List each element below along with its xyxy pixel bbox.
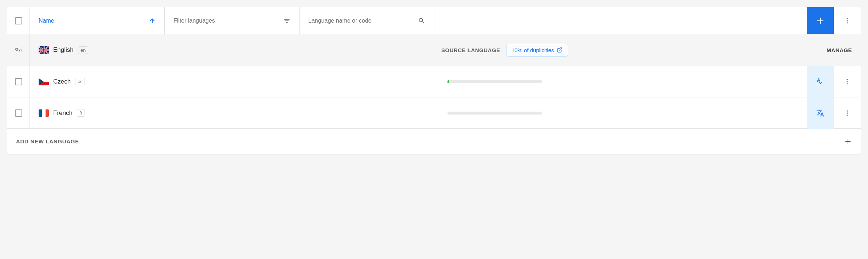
language-code: fr [77, 109, 85, 117]
progress-fill [447, 80, 449, 83]
select-all-cell [7, 7, 30, 34]
filter-icon [283, 17, 290, 24]
svg-point-5 [847, 22, 848, 23]
spellcheck-action[interactable] [807, 66, 834, 97]
flag-cz-icon [39, 78, 49, 85]
source-language-row: English en SOURCE LANGUAGE 10% of duplic… [7, 34, 861, 66]
language-row: French fr [7, 97, 861, 128]
more-vertical-icon [844, 17, 851, 24]
spellcheck-icon [816, 78, 824, 86]
translate-icon [816, 109, 824, 117]
duplicates-text: 10% of duplicities [512, 47, 554, 53]
duplicates-badge[interactable]: 10% of duplicities [506, 44, 568, 57]
search-cell [300, 7, 434, 34]
svg-point-3 [847, 18, 848, 19]
sort-ascending-icon [149, 18, 156, 24]
name-column-header[interactable]: Name [30, 7, 165, 34]
progress-bar [447, 80, 542, 83]
key-icon-cell [7, 34, 30, 66]
filter-cell[interactable]: Filter languages [165, 7, 300, 34]
svg-point-4 [847, 20, 848, 21]
svg-point-13 [847, 115, 848, 116]
open-external-icon [557, 47, 563, 53]
row-more-menu[interactable] [834, 66, 861, 97]
svg-point-11 [847, 110, 848, 111]
svg-point-12 [847, 112, 848, 113]
progress-bar [447, 112, 542, 115]
more-vertical-icon [844, 78, 851, 85]
svg-point-9 [847, 81, 848, 82]
filter-label: Filter languages [173, 18, 215, 24]
language-name: French [53, 109, 73, 117]
more-vertical-icon [844, 109, 851, 117]
language-row: Czech cs [7, 66, 861, 97]
language-code: cs [75, 78, 85, 85]
row-checkbox[interactable] [15, 78, 22, 85]
row-checkbox-cell [7, 97, 30, 129]
plus-icon [816, 16, 825, 26]
languages-table: Name Filter languages [7, 7, 861, 154]
table-header: Name Filter languages [7, 7, 861, 34]
progress-cell [183, 112, 807, 115]
language-info[interactable]: French fr [30, 109, 183, 117]
name-column-label: Name [39, 18, 54, 24]
source-language-code: en [78, 46, 88, 54]
key-icon [14, 46, 23, 54]
add-language-plus[interactable] [844, 138, 852, 146]
add-button[interactable] [807, 7, 834, 34]
add-language-label: ADD NEW LANGUAGE [16, 138, 79, 144]
add-language-footer[interactable]: ADD NEW LANGUAGE [7, 128, 861, 154]
source-language-label: SOURCE LANGUAGE [441, 47, 500, 53]
row-checkbox[interactable] [15, 109, 22, 117]
translate-action[interactable] [807, 97, 834, 129]
language-name: Czech [53, 78, 71, 85]
header-more-menu[interactable] [834, 7, 861, 34]
source-language-info: English en [30, 46, 183, 54]
svg-line-7 [559, 48, 562, 50]
search-input[interactable] [308, 18, 418, 24]
svg-point-8 [847, 79, 848, 80]
progress-cell [183, 80, 807, 83]
row-checkbox-cell [7, 66, 30, 97]
manage-button[interactable]: MANAGE [826, 47, 852, 53]
source-language-name: English [53, 46, 74, 54]
search-icon[interactable] [418, 17, 425, 24]
plus-icon [844, 138, 852, 146]
language-info[interactable]: Czech cs [30, 78, 183, 85]
flag-uk-icon [39, 46, 49, 54]
svg-point-10 [847, 83, 848, 84]
source-center: SOURCE LANGUAGE 10% of duplicities [183, 44, 826, 57]
select-all-checkbox[interactable] [15, 17, 22, 24]
header-spacer [434, 7, 807, 34]
row-more-menu[interactable] [834, 97, 861, 129]
flag-fr-icon [39, 109, 49, 117]
